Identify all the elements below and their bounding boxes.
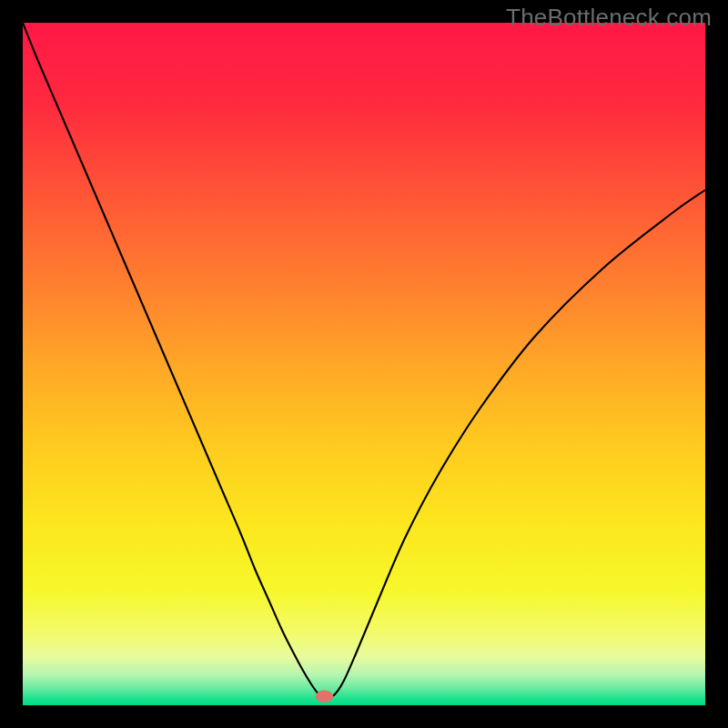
chart-frame: TheBottleneck.com [0,0,728,728]
watermark-text: TheBottleneck.com [506,4,712,32]
gradient-background [23,23,705,705]
chart-plot-area [23,23,705,705]
chart-svg [23,23,705,705]
min-point-marker [316,690,334,703]
